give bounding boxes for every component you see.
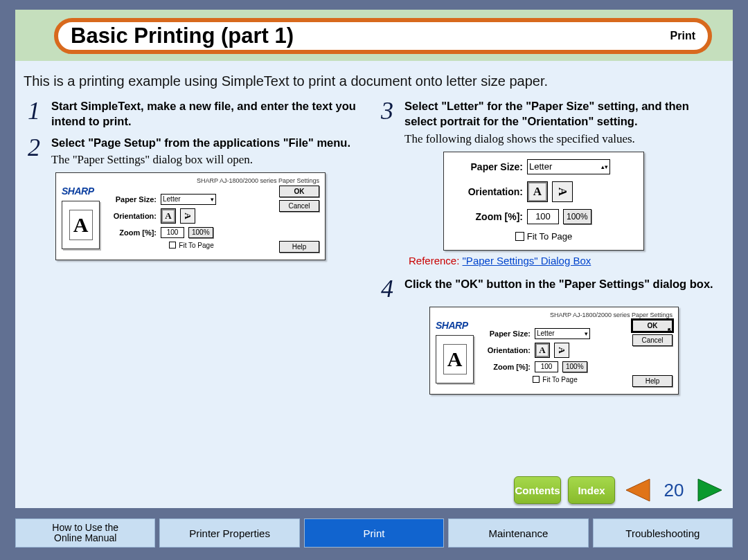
orientation-portrait-button[interactable]: A xyxy=(161,208,176,224)
step-2: 2 Select "Page Setup" from the applicati… xyxy=(28,135,367,167)
orientation-landscape-button[interactable]: A xyxy=(554,343,569,358)
paper-size-label: Paper Size: xyxy=(108,195,157,204)
checkbox-icon xyxy=(169,242,176,249)
help-button[interactable]: Help xyxy=(279,241,319,253)
orientation-label: Orientation: xyxy=(108,212,157,220)
paper-size-dropdown[interactable]: Letter▴▾ xyxy=(527,159,610,174)
paper-size-value: Letter xyxy=(163,195,181,203)
zoom-reset-button[interactable]: 100% xyxy=(562,361,587,372)
tab-label-line1: How to Use the xyxy=(52,523,118,533)
step-number: 1 xyxy=(28,98,51,129)
fit-label: Fit To Page xyxy=(179,242,213,249)
paper-size-dropdown[interactable]: Letter▾ xyxy=(535,328,590,339)
chevron-updown-icon: ▴▾ xyxy=(601,163,608,170)
paper-size-value: Letter xyxy=(537,329,555,337)
zoom-reset-button[interactable]: 100% xyxy=(188,227,213,238)
columns: 1 Start SimpleText, make a new file, and… xyxy=(21,98,727,395)
preview-letter: A xyxy=(447,347,463,371)
step-title: Select "Page Setup" from the application… xyxy=(51,135,367,150)
reference-line: Reference: "Paper Settings" Dialog Box xyxy=(409,255,720,267)
zoom-label: Zoom [%]: xyxy=(108,228,157,237)
tab-troubleshooting[interactable]: Troubleshooting xyxy=(593,518,733,548)
step-number: 3 xyxy=(381,98,404,146)
brand-logo: SHARP xyxy=(62,186,108,197)
tab-print[interactable]: Print xyxy=(304,518,444,548)
step-4: 4 Click the "OK" button in the "Paper Se… xyxy=(381,276,720,301)
chevron-down-icon: ▾ xyxy=(211,196,214,203)
right-column: 3 Select "Letter" for the "Paper Size" s… xyxy=(374,98,727,395)
title-bar: Basic Printing (part 1) Print xyxy=(54,18,712,54)
dialog-buttons: OK ↖ Cancel Help xyxy=(632,320,673,387)
checkbox-icon xyxy=(515,232,524,241)
cancel-button[interactable]: Cancel xyxy=(632,334,673,346)
orientation-label: Orientation: xyxy=(482,346,531,354)
bottom-tabs: How to Use the Online Manual Printer Pro… xyxy=(15,518,733,548)
step-number: 4 xyxy=(381,276,404,301)
zoom-input[interactable]: 100 xyxy=(535,361,558,372)
dialog-fields: Paper Size: Letter▾ Orientation: A A Zoo… xyxy=(108,186,275,249)
step-note: The following dialog shows the specified… xyxy=(404,132,720,146)
preview-letter: A xyxy=(73,213,89,237)
tab-printer-properties[interactable]: Printer Properties xyxy=(159,518,299,548)
orientation-landscape-button[interactable]: A xyxy=(552,181,573,202)
zoom-reset-button[interactable]: 100% xyxy=(563,209,591,224)
reference-label: Reference: xyxy=(409,255,459,267)
cursor-icon: ↖ xyxy=(667,326,673,335)
paper-size-dropdown[interactable]: Letter▾ xyxy=(161,194,216,205)
step-body: Select "Page Setup" from the application… xyxy=(51,135,367,167)
page-nav: Contents Index 20 xyxy=(514,476,726,504)
fit-label: Fit To Page xyxy=(527,231,573,242)
step-body: Click the "OK" button in the "Paper Sett… xyxy=(404,276,720,301)
svg-marker-1 xyxy=(698,479,722,501)
left-column: 1 Start SimpleText, make a new file, and… xyxy=(21,98,374,395)
next-page-button[interactable] xyxy=(695,476,726,504)
tab-maintenance[interactable]: Maintenance xyxy=(448,518,588,548)
dialog-header: SHARP AJ-1800/2000 series Paper Settings xyxy=(62,177,319,184)
step-title: Start SimpleText, make a new file, and e… xyxy=(51,98,367,129)
orientation-portrait-button[interactable]: A xyxy=(535,343,550,358)
paper-size-label: Paper Size: xyxy=(482,329,531,338)
step-note: The "Paper Settings" dialog box will ope… xyxy=(51,153,367,167)
orientation-portrait-button[interactable]: A xyxy=(527,181,548,202)
fit-label: Fit To Page xyxy=(542,376,577,383)
step-3: 3 Select "Letter" for the "Paper Size" s… xyxy=(381,98,720,146)
ok-label: OK xyxy=(648,322,658,329)
zoom-input[interactable]: 100 xyxy=(527,209,559,224)
fit-to-page-checkbox[interactable]: Fit To Page xyxy=(482,376,628,383)
orientation-landscape-button[interactable]: A xyxy=(180,208,195,224)
page-preview: A xyxy=(62,201,100,249)
svg-marker-0 xyxy=(626,479,650,501)
tab-how-to-use[interactable]: How to Use the Online Manual xyxy=(15,518,155,548)
step-title: Click the "OK" button in the "Paper Sett… xyxy=(404,276,720,291)
cancel-button[interactable]: Cancel xyxy=(279,200,319,212)
triangle-left-icon xyxy=(623,478,651,503)
prev-page-button[interactable] xyxy=(622,476,652,504)
paper-size-value: Letter xyxy=(529,161,552,172)
dialog-fields: Paper Size: Letter▾ Orientation: A A Zoo… xyxy=(482,320,628,383)
step-body: Select "Letter" for the "Paper Size" set… xyxy=(404,98,720,146)
dialog-buttons: OK Cancel Help xyxy=(279,186,319,253)
page-number: 20 xyxy=(659,480,688,501)
dialog-header: SHARP AJ-1800/2000 series Paper Settings xyxy=(436,311,673,318)
step-1: 1 Start SimpleText, make a new file, and… xyxy=(28,98,367,129)
ok-button[interactable]: OK xyxy=(279,186,319,197)
contents-button[interactable]: Contents xyxy=(514,476,561,504)
fit-to-page-checkbox[interactable]: Fit To Page xyxy=(454,231,634,242)
paper-settings-dialog: SHARP AJ-1800/2000 series Paper Settings… xyxy=(55,172,326,260)
index-button[interactable]: Index xyxy=(568,476,615,504)
page-title: Basic Printing (part 1) xyxy=(71,24,670,48)
zoom-label: Zoom [%]: xyxy=(454,211,523,222)
step-body: Start SimpleText, make a new file, and e… xyxy=(51,98,367,129)
chevron-down-icon: ▾ xyxy=(585,330,588,337)
paper-settings-dialog-ok: SHARP AJ-1800/2000 series Paper Settings… xyxy=(429,307,679,395)
tab-label-line2: Online Manual xyxy=(54,533,116,543)
zoom-label: Zoom [%]: xyxy=(482,363,531,371)
reference-link[interactable]: "Paper Settings" Dialog Box xyxy=(463,255,591,267)
help-button[interactable]: Help xyxy=(632,375,673,387)
content-page: Basic Printing (part 1) Print This is a … xyxy=(15,10,733,508)
section-label: Print xyxy=(670,30,695,42)
dialog-body: SHARP A Paper Size: Letter▾ Orientation: xyxy=(436,320,673,387)
fit-to-page-checkbox[interactable]: Fit To Page xyxy=(108,242,275,249)
zoom-input[interactable]: 100 xyxy=(161,227,184,238)
ok-button-highlighted[interactable]: OK ↖ xyxy=(632,320,673,332)
